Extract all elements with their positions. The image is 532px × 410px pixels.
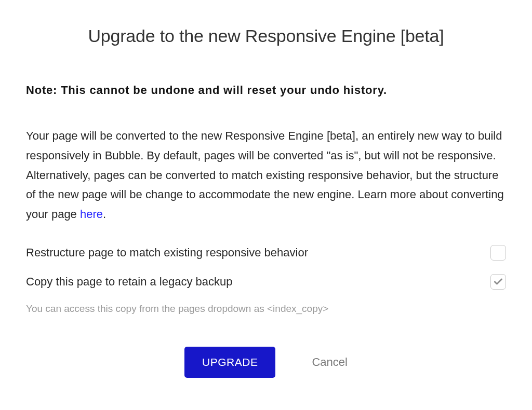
learn-more-link[interactable]: here <box>80 208 103 221</box>
warning-note: Note: This cannot be undone and will res… <box>26 84 506 97</box>
cancel-button[interactable]: Cancel <box>312 356 347 369</box>
option-backup-checkbox[interactable] <box>490 274 506 290</box>
option-restructure-checkbox[interactable] <box>490 245 506 261</box>
upgrade-dialog: Upgrade to the new Responsive Engine [be… <box>26 26 506 378</box>
option-backup-label: Copy this page to retain a legacy backup <box>26 275 232 289</box>
upgrade-button[interactable]: UPGRADE <box>184 347 275 378</box>
option-restructure: Restructure page to match existing respo… <box>26 245 506 261</box>
check-icon <box>493 277 503 287</box>
option-backup-hint: You can access this copy from the pages … <box>26 303 506 315</box>
option-backup: Copy this page to retain a legacy backup… <box>26 274 506 315</box>
description-text: Your page will be converted to the new R… <box>26 126 506 224</box>
option-backup-row: Copy this page to retain a legacy backup <box>26 274 506 290</box>
option-restructure-label: Restructure page to match existing respo… <box>26 246 308 259</box>
dialog-title: Upgrade to the new Responsive Engine [be… <box>26 26 506 46</box>
description-pre: Your page will be converted to the new R… <box>26 129 504 221</box>
description-post: . <box>103 208 106 221</box>
dialog-actions: UPGRADE Cancel <box>26 347 506 378</box>
